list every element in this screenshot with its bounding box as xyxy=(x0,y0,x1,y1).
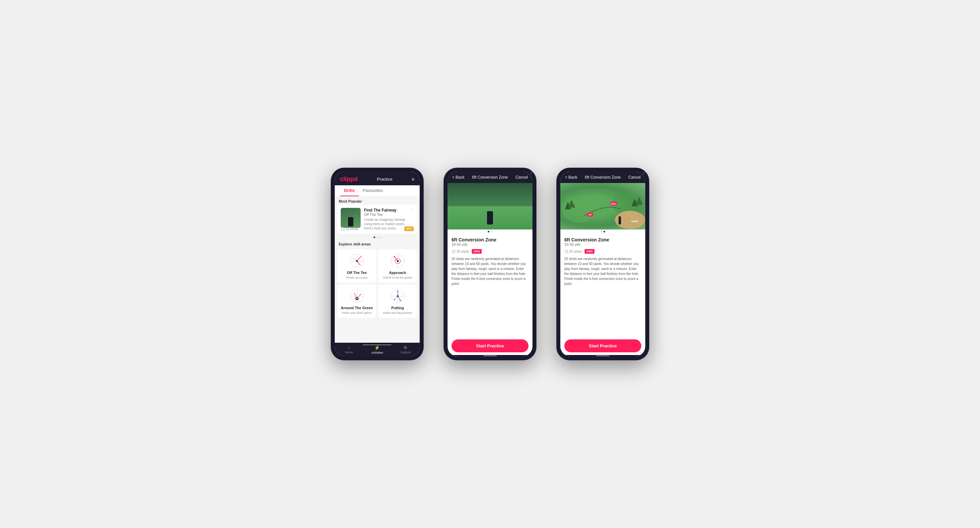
hamburger-icon[interactable]: ≡ xyxy=(412,177,414,182)
svg-line-4 xyxy=(357,256,361,261)
arg-badge: ARG xyxy=(472,249,482,254)
detail-range-3: 10-50 yds xyxy=(564,242,609,246)
explore-label: Explore skill areas xyxy=(335,239,420,247)
cancel-button-3[interactable]: Cancel xyxy=(628,175,641,180)
drill-photo xyxy=(447,183,533,230)
detail-range: 10-50 yds xyxy=(452,242,496,246)
phone2-header: < Back 6ft Conversion Zone Cancel xyxy=(447,172,533,183)
map-dots xyxy=(560,230,645,234)
svg-point-20 xyxy=(354,293,355,295)
svg-point-22 xyxy=(360,294,361,295)
skill-grid: Off The Tee Power accuracy xyxy=(335,247,420,320)
skill-name-putting: Putting xyxy=(391,306,404,310)
ott-badge: OTT xyxy=(404,227,414,231)
skill-name-approach: Approach xyxy=(389,271,406,274)
most-popular-label: Most Popular xyxy=(335,196,420,204)
bottom-nav: ⌂ Home ⚡ Activities ⊕ Capture xyxy=(335,343,420,356)
svg-line-31 xyxy=(395,296,398,300)
detail-title-3: 6ft Conversion Zone xyxy=(564,237,609,242)
svg-point-45 xyxy=(619,216,621,219)
skill-card-around-green[interactable]: Around The Green Hone your short game xyxy=(337,285,376,318)
phone1-content: Most Popular Find The Fairway Off The Te… xyxy=(335,196,420,343)
drill-description-text-3: 20 shots are randomly generated at dista… xyxy=(564,256,641,286)
drill-map: Hit Miss SAND xyxy=(560,183,645,230)
skill-icon-putting xyxy=(390,288,406,305)
svg-point-13 xyxy=(394,256,395,257)
skill-name-atg: Around The Green xyxy=(341,306,373,310)
phone3-header: < Back 6ft Conversion Zone Cancel xyxy=(560,172,645,183)
photo-dots xyxy=(447,230,533,234)
nav-capture-label: Capture xyxy=(400,351,411,354)
bottom-bar xyxy=(447,355,533,356)
tab-drills[interactable]: Drills xyxy=(340,185,359,196)
skill-name-ott: Off The Tee xyxy=(347,271,367,274)
svg-point-28 xyxy=(397,290,398,292)
svg-line-6 xyxy=(353,258,357,261)
dot-3 xyxy=(380,236,381,238)
clock-icon-detail: 🕐 xyxy=(452,250,455,254)
skill-card-putting[interactable]: Putting Make and lag practice xyxy=(378,285,417,318)
phone1-header: clippd Practice ≡ xyxy=(335,172,420,185)
back-button-3[interactable]: < Back xyxy=(565,175,577,180)
dot-1 xyxy=(374,236,375,238)
start-practice-button-3[interactable]: Start Practice xyxy=(564,340,641,353)
nav-capture[interactable]: ⊕ Capture xyxy=(391,345,420,354)
phones-container: clippd Practice ≡ Drills Favourites Most… xyxy=(331,168,649,360)
home-icon: ⌂ xyxy=(347,345,350,350)
shots-count: 🕐 10 shots xyxy=(341,227,358,231)
svg-text:Miss: Miss xyxy=(611,203,616,205)
phone-3: < Back 6ft Conversion Zone Cancel xyxy=(556,168,649,360)
shots-meta-3: 🕐 20 shots xyxy=(564,250,582,254)
map-dot-2 xyxy=(603,231,605,233)
carousel-dots xyxy=(335,235,420,239)
svg-line-12 xyxy=(395,257,398,261)
detail-title-block: 6ft Conversion Zone 10-50 yds xyxy=(452,237,496,248)
nav-home-label: Home xyxy=(345,351,353,354)
featured-drill-card[interactable]: Find The Fairway Off The Tee Create an i… xyxy=(337,204,417,234)
photo-dot-2 xyxy=(491,231,492,233)
svg-text:SAND: SAND xyxy=(631,220,638,223)
arg-badge-3: ARG xyxy=(585,249,595,254)
home-indicator-3 xyxy=(596,355,609,356)
back-button[interactable]: < Back xyxy=(452,175,465,180)
nav-home[interactable]: ⌂ Home xyxy=(335,345,363,354)
header-title: Practice xyxy=(377,177,393,182)
header-drill-title-3: 6ft Conversion Zone xyxy=(585,175,621,180)
phone-1: clippd Practice ≡ Drills Favourites Most… xyxy=(331,168,424,360)
drill-detail-header: 6ft Conversion Zone 10-50 yds ♡ xyxy=(452,237,528,248)
header-drill-title: 6ft Conversion Zone xyxy=(472,175,508,180)
cancel-button[interactable]: Cancel xyxy=(515,175,528,180)
skill-card-approach[interactable]: Approach Dial-in to hit the green xyxy=(378,249,417,282)
detail-title-block-3: 6ft Conversion Zone 10-50 yds xyxy=(564,237,609,248)
skill-card-off-the-tee[interactable]: Off The Tee Power accuracy xyxy=(337,249,376,282)
activities-icon: ⚡ xyxy=(374,345,380,350)
shots-meta: 🕐 20 shots xyxy=(452,250,469,254)
drill-thumbnail xyxy=(341,208,361,228)
svg-line-29 xyxy=(398,296,401,300)
tab-favourites[interactable]: Favourites xyxy=(359,185,387,196)
drill-detail-header-3: 6ft Conversion Zone 10-50 yds ♡ xyxy=(564,237,641,248)
start-practice-button[interactable]: Start Practice xyxy=(452,340,528,353)
tabs-bar: Drills Favourites xyxy=(335,185,420,196)
home-indicator xyxy=(484,355,496,356)
svg-point-30 xyxy=(400,300,401,301)
capture-icon: ⊕ xyxy=(403,345,407,350)
svg-text:Hit: Hit xyxy=(589,214,592,216)
phone-2: < Back 6ft Conversion Zone Cancel 6ft Co… xyxy=(444,168,536,360)
clock-icon-detail-3: 🕐 xyxy=(564,250,568,254)
clock-icon: 🕐 xyxy=(341,227,345,231)
svg-point-32 xyxy=(394,299,395,300)
map-dot-1 xyxy=(600,231,602,233)
skill-icon-around-green xyxy=(349,288,365,305)
skill-desc-putting: Make and lag practice xyxy=(383,311,412,314)
svg-line-5 xyxy=(357,261,360,265)
detail-title: 6ft Conversion Zone xyxy=(452,237,496,242)
skill-desc-approach: Dial-in to hit the green xyxy=(383,276,412,279)
drill-meta-3: 🕐 20 shots ARG xyxy=(564,249,641,254)
favourite-icon[interactable]: ♡ xyxy=(410,208,414,212)
svg-rect-44 xyxy=(619,219,621,225)
nav-activities[interactable]: ⚡ Activities xyxy=(363,345,391,354)
drill-detail-content-3: 6ft Conversion Zone 10-50 yds ♡ 🕐 20 sho… xyxy=(560,234,645,337)
skill-icon-off-the-tee xyxy=(349,253,365,269)
photo-dot-1 xyxy=(488,231,489,233)
